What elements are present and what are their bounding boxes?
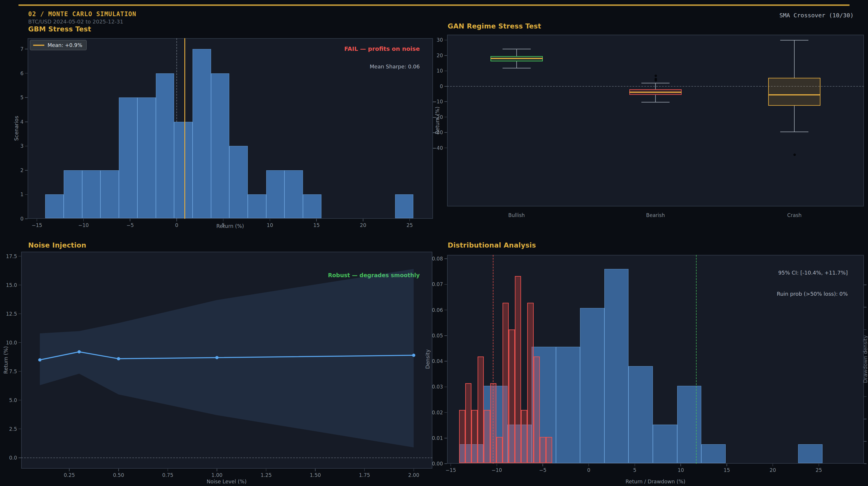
x-tick-mark: [316, 219, 317, 221]
x-tick-mark: [83, 219, 84, 221]
y-tick-label: 7: [0, 46, 24, 52]
y-tick-mark: [25, 49, 28, 49]
y-tick-label: −10: [414, 99, 443, 104]
histogram-bar: [303, 194, 321, 218]
y-tick-label: 7.5: [0, 368, 17, 374]
y-tick-label: 5.0: [0, 397, 17, 403]
y-tick-mark: [444, 40, 447, 40]
drawdown-histogram-bar: [502, 303, 509, 463]
y-tick-label: 2.5: [0, 426, 17, 432]
ci-lower-line: [493, 255, 493, 464]
histogram-bar: [82, 170, 101, 218]
x-tick-mark: [223, 219, 224, 221]
y-tick-label: 0.03: [414, 384, 443, 390]
y-tick-mark: [444, 463, 447, 464]
page-title: 02 / MONTE CARLO SIMULATION: [28, 10, 136, 18]
y-tick-mark: [25, 218, 28, 219]
return-histogram-bar: [677, 386, 702, 463]
box-whisker-lower: [516, 61, 517, 68]
y-tick-mark: [25, 146, 28, 147]
x-tick-label: −5: [531, 467, 555, 473]
x-tick-label: 20: [351, 222, 375, 228]
x-tick-mark: [364, 469, 365, 471]
box-cap-upper: [502, 49, 531, 49]
data-point-marker: [38, 358, 41, 362]
x-tick-label: 1.75: [353, 472, 376, 478]
y-tick-mark: [444, 71, 447, 71]
y-tick-mark: [444, 438, 447, 438]
box-whisker-lower: [655, 95, 656, 102]
y-tick-mark: [864, 352, 867, 353]
box-whisker-upper: [516, 49, 517, 56]
y-tick-mark: [19, 429, 21, 429]
y-tick-label: 0.06: [414, 307, 443, 313]
box-outlier-dot: [655, 79, 657, 82]
mean-legend-label: Mean: +0.9%: [48, 42, 82, 48]
y-tick-mark: [444, 55, 447, 56]
box-whisker-lower: [794, 106, 795, 131]
histogram-bar: [229, 146, 248, 218]
histogram-bar: [248, 194, 266, 218]
box-outlier-dot: [655, 74, 657, 77]
y-tick-mark: [444, 284, 447, 285]
x-tick-mark: [130, 219, 130, 221]
y-tick-label: 0.05: [414, 333, 443, 339]
x-tick-mark: [69, 469, 69, 471]
y-tick-mark: [864, 441, 867, 442]
x-tick-mark: [451, 464, 451, 466]
x-tick-label: 25: [807, 467, 830, 473]
gbm-mean-line: [184, 38, 185, 219]
drawdown-histogram-bar: [496, 437, 502, 463]
box-cap-lower: [780, 131, 808, 132]
noise-band-line-svg: [21, 252, 432, 469]
y-tick-label: 0: [414, 83, 443, 89]
y-tick-mark: [444, 335, 447, 336]
y-tick-label: 20: [414, 53, 443, 58]
gbm-chart-title: GBM Stress Test: [28, 25, 91, 33]
y-tick-mark: [444, 310, 447, 310]
x-tick-label: 0.75: [156, 472, 179, 478]
data-point-marker: [117, 357, 120, 360]
y-tick-label: 4: [0, 119, 24, 125]
dist-x-axis-label: Return / Drawdown (%): [625, 479, 685, 485]
ci-upper-line: [696, 255, 696, 464]
y-tick-mark: [19, 285, 21, 285]
y-tick-mark: [25, 73, 28, 74]
box-cap-upper: [780, 40, 808, 40]
y-tick-label: 17.5: [0, 253, 17, 259]
x-tick-mark: [409, 219, 410, 221]
histogram-bar: [45, 194, 64, 218]
page-subtitle: BTC/USD 2024-05-02 to 2025-12-31: [28, 19, 123, 25]
data-point-marker: [78, 350, 81, 354]
histogram-bar: [100, 170, 119, 218]
drawdown-histogram-bar: [471, 410, 477, 463]
y-tick-mark: [864, 463, 867, 464]
strategy-label: SMA Crossover (10/30): [779, 12, 854, 19]
y-tick-label: 10: [414, 68, 443, 74]
x-tick-label: 25: [398, 222, 422, 228]
dist-ruin-annotation: Ruin prob (>50% loss): 0%: [777, 291, 848, 297]
x-tick-mark: [363, 219, 363, 221]
drawdown-histogram-bar: [459, 410, 465, 463]
x-tick-label: −15: [439, 467, 463, 473]
x-tick-label: −5: [118, 222, 142, 228]
y-tick-mark: [19, 457, 21, 458]
y-tick-label: 0: [0, 216, 24, 222]
confidence-band: [40, 269, 414, 448]
y-tick-mark: [19, 256, 21, 257]
y-tick-label: 0.07: [414, 281, 443, 287]
x-tick-mark: [413, 469, 414, 471]
y-tick-label: 2: [0, 168, 24, 173]
box-cap-lower: [641, 102, 670, 102]
gan-chart-title: GAN Regime Stress Test: [448, 22, 541, 30]
drawdown-histogram-bar: [527, 303, 533, 463]
x-tick-mark: [315, 469, 315, 471]
dist-ci-annotation: 95% CI: [-10.4%, +11.7%]: [778, 270, 848, 276]
x-tick-label: −10: [485, 467, 508, 473]
y-tick-mark: [25, 97, 28, 98]
x-tick-label: 10: [258, 222, 281, 228]
box-outlier-dot: [794, 154, 796, 156]
y-tick-label: 12.5: [0, 311, 17, 317]
y-tick-mark: [864, 419, 867, 419]
y-tick-mark: [25, 194, 28, 195]
